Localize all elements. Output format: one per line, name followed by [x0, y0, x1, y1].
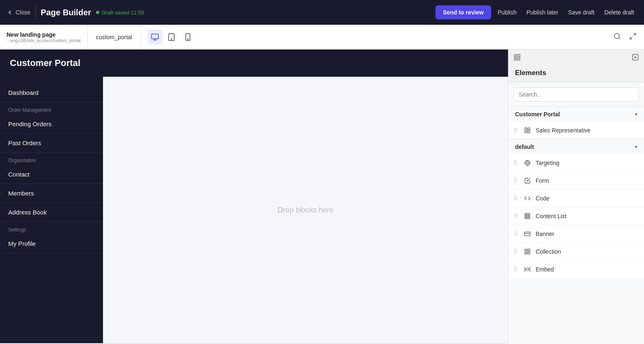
- page-builder-title: Page Builder: [41, 8, 91, 17]
- publish-button[interactable]: Publish: [494, 7, 520, 18]
- section-label-customer-portal: Customer Portal: [515, 111, 560, 118]
- drag-handle-icon: ⠿: [512, 160, 519, 166]
- svg-rect-13: [514, 58, 516, 60]
- chevron-down-icon: ▾: [635, 111, 637, 117]
- element-item-code[interactable]: ⠿ Code: [508, 190, 644, 207]
- portal-title: Customer Portal: [10, 58, 80, 68]
- svg-point-6: [187, 39, 188, 40]
- svg-rect-31: [525, 232, 530, 236]
- save-draft-button[interactable]: Save draft: [565, 7, 598, 18]
- tab-custom-portal[interactable]: custom_portal: [88, 25, 141, 49]
- drop-zone-text: Drop blocks here: [277, 206, 333, 214]
- svg-rect-11: [514, 54, 516, 57]
- element-item-sales-representative[interactable]: ⠿ Sales Representative: [508, 122, 644, 139]
- panel-grid-icon-button[interactable]: [513, 54, 521, 62]
- canvas-area: Customer Portal Dashboard Order Manageme…: [0, 49, 508, 344]
- page-info-url: ...eng-GB/site_access/custom_portal: [7, 38, 81, 43]
- device-icons: [141, 30, 202, 45]
- drag-handle-icon: ⠿: [512, 266, 519, 273]
- element-label: Banner: [536, 231, 554, 237]
- section-header-customer-portal[interactable]: Customer Portal ▾: [508, 106, 644, 122]
- element-item-content-list[interactable]: ⠿ Content List: [508, 207, 644, 225]
- sidebar-item-contact[interactable]: Contact: [0, 165, 103, 184]
- svg-point-23: [526, 162, 528, 164]
- publish-later-button[interactable]: Publish later: [523, 7, 562, 18]
- element-item-form[interactable]: ⠿ Form: [508, 172, 644, 190]
- close-button[interactable]: Close: [7, 9, 30, 16]
- drag-handle-icon: ⠿: [512, 248, 519, 255]
- sidebar-item-my-profile[interactable]: My Profile: [0, 234, 103, 253]
- sidebar-item-dashboard[interactable]: Dashboard: [0, 83, 103, 102]
- collection-icon: [523, 247, 532, 256]
- drag-handle-icon: ⠿: [512, 127, 519, 134]
- section-header-default[interactable]: default ▾: [508, 139, 644, 154]
- panel-top-row: [508, 49, 644, 62]
- elements-search-input[interactable]: [513, 87, 639, 101]
- device-mobile-button[interactable]: [180, 30, 195, 45]
- element-label: Embed: [536, 266, 554, 273]
- element-label: Targeting: [536, 160, 560, 166]
- element-item-embed[interactable]: ⠿ Embed: [508, 261, 644, 278]
- second-bar-right: [606, 30, 644, 44]
- top-bar-left: Close Page Builder Draft saved 11:55: [7, 5, 144, 20]
- chevron-down-icon-default: ▾: [635, 144, 637, 150]
- portal-header: Customer Portal: [0, 49, 508, 77]
- svg-rect-30: [525, 217, 530, 219]
- topbar-divider: [35, 5, 36, 20]
- sidebar-section-order-management: Order Management: [0, 102, 103, 115]
- page-info-title: New landing page: [7, 31, 81, 38]
- element-label: Code: [536, 195, 549, 202]
- svg-rect-33: [525, 249, 527, 251]
- portal-body: Dashboard Order Management Pending Order…: [0, 77, 508, 343]
- element-item-banner[interactable]: ⠿ Banner: [508, 225, 644, 243]
- element-item-collection[interactable]: ⠿ Collection: [508, 243, 644, 261]
- svg-point-7: [614, 33, 619, 38]
- delete-draft-button[interactable]: Delete draft: [601, 7, 637, 18]
- device-tablet-button[interactable]: [164, 30, 179, 45]
- section-items-default: ⠿ Targeting ⠿ Form ⠿: [508, 154, 644, 278]
- drag-handle-icon: ⠿: [512, 231, 519, 237]
- sidebar-section-organization: Organization: [0, 153, 103, 165]
- svg-rect-14: [518, 58, 520, 60]
- send-to-review-button[interactable]: Send to review: [436, 5, 491, 19]
- sidebar-item-pending-orders[interactable]: Pending Orders: [0, 115, 103, 134]
- elements-body: Customer Portal ▾ ⠿ Sales Representative…: [508, 106, 644, 344]
- section-items-customer-portal: ⠿ Sales Representative: [508, 122, 644, 139]
- sidebar-item-past-orders[interactable]: Past Orders: [0, 134, 103, 153]
- svg-rect-21: [528, 131, 530, 133]
- draft-saved-dot: [96, 11, 99, 14]
- search-button[interactable]: [611, 30, 623, 44]
- form-icon: [523, 177, 532, 185]
- main-layout: Customer Portal Dashboard Order Manageme…: [0, 49, 644, 344]
- element-item-targeting[interactable]: ⠿ Targeting: [508, 154, 644, 172]
- elements-panel: Elements Customer Portal ▾ ⠿ Sales Repre…: [508, 49, 644, 344]
- sidebar-item-address-book[interactable]: Address Book: [0, 203, 103, 222]
- drop-zone: Drop blocks here: [103, 77, 508, 343]
- svg-rect-29: [525, 216, 530, 217]
- code-icon: [523, 194, 532, 203]
- element-label: Collection: [536, 248, 561, 255]
- panel-close-icon-button[interactable]: [632, 54, 639, 62]
- element-label: Form: [536, 177, 549, 184]
- svg-rect-34: [528, 249, 530, 251]
- svg-rect-20: [525, 131, 527, 133]
- target-icon: [523, 159, 532, 167]
- device-desktop-button[interactable]: [148, 30, 162, 45]
- sidebar-item-members[interactable]: Members: [0, 184, 103, 203]
- elements-panel-header: Elements: [508, 62, 644, 82]
- drag-handle-icon: ⠿: [512, 213, 519, 219]
- expand-button[interactable]: [627, 30, 639, 44]
- embed-icon: [523, 265, 532, 273]
- svg-line-10: [630, 37, 632, 39]
- section-label-default: default: [515, 144, 534, 150]
- svg-rect-0: [151, 34, 158, 39]
- element-label: Sales Representative: [536, 127, 590, 134]
- draft-saved-text: Draft saved 11:55: [102, 9, 144, 16]
- element-label: Content List: [536, 213, 567, 219]
- draft-saved-indicator: Draft saved 11:55: [96, 9, 144, 16]
- tab-custom-portal-label: custom_portal: [96, 34, 132, 40]
- svg-rect-36: [528, 252, 530, 254]
- banner-icon: [523, 230, 532, 238]
- svg-line-8: [618, 38, 620, 39]
- svg-rect-19: [528, 128, 530, 130]
